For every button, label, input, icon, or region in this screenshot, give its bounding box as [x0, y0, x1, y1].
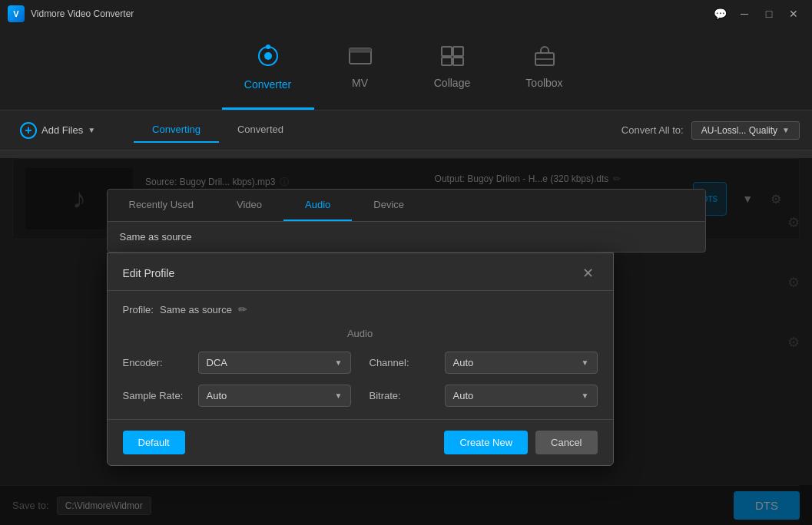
profile-edit-icon[interactable]: ✏	[238, 303, 247, 315]
fp-tab-audio[interactable]: Audio	[283, 190, 352, 221]
dialog-title: Edit Profile	[123, 267, 175, 279]
fp-tab-video[interactable]: Video	[215, 190, 283, 221]
dialog-body: Profile: Same as source ✏ Audio Encoder:…	[108, 291, 613, 419]
toolbar: + Add Files ▼ Converting Converted Conve…	[0, 111, 812, 150]
convert-all-label: Convert All to:	[621, 124, 684, 136]
profile-row: Profile: Same as source ✏	[123, 303, 598, 315]
svg-point-2	[266, 45, 270, 49]
sample-rate-value: Auto	[207, 390, 227, 401]
svg-rect-6	[442, 47, 452, 56]
format-panel-container: Recently Used Video Audio Device Same as…	[107, 189, 706, 466]
encoder-row: Encoder: DCA ▼	[123, 352, 351, 374]
converter-icon	[256, 44, 280, 74]
svg-rect-8	[442, 58, 452, 65]
bitrate-select[interactable]: Auto ▼	[445, 385, 598, 407]
add-files-button[interactable]: + Add Files ▼	[12, 117, 103, 144]
convert-all-section: Convert All to: AU-Lossl... Quality ▼	[621, 121, 800, 140]
fp-tab-recently-used[interactable]: Recently Used	[108, 190, 216, 221]
format-badge-label: AU-Lossl... Quality	[701, 125, 777, 136]
collage-icon	[440, 45, 465, 72]
bitrate-row: Bitrate: Auto ▼	[370, 385, 598, 407]
tab-converted[interactable]: Converted	[219, 117, 302, 143]
format-selector[interactable]: AU-Lossl... Quality ▼	[691, 121, 800, 140]
overlay: Recently Used Video Audio Device Same as…	[0, 158, 812, 525]
toolbar-tabs: Converting Converted	[134, 117, 302, 143]
main-content: ♪ Source: Bugoy Dril... kbps).mp3 ⓘ MP3 …	[0, 158, 812, 525]
dialog-close-button[interactable]: ✕	[579, 264, 598, 282]
same-as-source-label: Same as source	[120, 231, 192, 243]
mv-icon	[348, 45, 373, 72]
form-grid: Encoder: DCA ▼ Channel: Auto ▼	[123, 352, 598, 407]
add-files-dropdown-icon: ▼	[88, 126, 95, 134]
bitrate-label: Bitrate:	[370, 390, 439, 401]
profile-value: Same as source	[160, 304, 232, 315]
channel-row: Channel: Auto ▼	[370, 352, 598, 374]
maximize-button[interactable]: □	[758, 6, 780, 21]
format-panel-content: Same as source	[108, 222, 705, 252]
sample-rate-label: Sample Rate:	[123, 390, 192, 401]
edit-profile-dialog: Edit Profile ✕ Profile: Same as source ✏…	[107, 253, 614, 466]
converter-label: Converter	[244, 78, 291, 91]
toolbox-icon	[532, 45, 557, 72]
app-logo: V	[8, 5, 25, 22]
svg-rect-9	[453, 58, 463, 65]
profile-label: Profile:	[123, 304, 154, 315]
svg-rect-4	[350, 48, 371, 52]
format-panel-tabs: Recently Used Video Audio Device	[108, 190, 705, 222]
encoder-value: DCA	[207, 357, 227, 368]
chat-button[interactable]: 💬	[709, 6, 731, 21]
dialog-footer: Default Create New Cancel	[108, 419, 613, 465]
add-files-plus-icon: +	[20, 122, 37, 139]
default-button[interactable]: Default	[123, 431, 185, 454]
dialog-header: Edit Profile ✕	[108, 253, 613, 291]
channel-value: Auto	[453, 357, 474, 368]
nav-item-toolbox[interactable]: Toolbox	[499, 33, 591, 110]
toolbox-label: Toolbox	[525, 77, 562, 89]
format-dropdown-icon: ▼	[782, 126, 790, 134]
add-files-label: Add Files	[41, 124, 83, 136]
audio-section-label: Audio	[123, 328, 598, 339]
fp-tab-device[interactable]: Device	[352, 190, 426, 221]
svg-point-1	[264, 52, 272, 60]
nav-item-collage[interactable]: Collage	[406, 33, 499, 110]
cancel-button[interactable]: Cancel	[535, 431, 597, 454]
mv-label: MV	[352, 77, 368, 89]
sample-rate-row: Sample Rate: Auto ▼	[123, 385, 351, 407]
collage-label: Collage	[434, 77, 470, 89]
minimize-button[interactable]: ─	[734, 6, 755, 21]
window-controls: 💬 ─ □ ✕	[709, 6, 804, 21]
channel-select-dialog[interactable]: Auto ▼	[445, 352, 598, 374]
create-new-button[interactable]: Create New	[444, 431, 528, 454]
encoder-label: Encoder:	[123, 357, 192, 368]
sample-rate-select[interactable]: Auto ▼	[198, 385, 351, 407]
title-bar: V Vidmore Video Converter 💬 ─ □ ✕	[0, 0, 812, 28]
encoder-select[interactable]: DCA ▼	[198, 352, 351, 374]
channel-dropdown-icon2: ▼	[582, 358, 589, 367]
channel-label: Channel:	[370, 357, 439, 368]
nav-bar: Converter MV Collage	[0, 28, 812, 111]
bitrate-value: Auto	[453, 390, 474, 401]
nav-item-mv[interactable]: MV	[314, 33, 406, 110]
encoder-dropdown-icon: ▼	[335, 358, 343, 367]
format-panel: Recently Used Video Audio Device Same as…	[107, 189, 706, 253]
app-title: Vidmore Video Converter	[31, 8, 709, 19]
nav-item-converter[interactable]: Converter	[222, 33, 314, 110]
svg-rect-7	[453, 47, 463, 56]
sample-rate-dropdown-icon: ▼	[335, 391, 343, 400]
close-button[interactable]: ✕	[783, 6, 804, 21]
bitrate-dropdown-icon: ▼	[582, 391, 589, 400]
tab-converting[interactable]: Converting	[134, 117, 219, 143]
